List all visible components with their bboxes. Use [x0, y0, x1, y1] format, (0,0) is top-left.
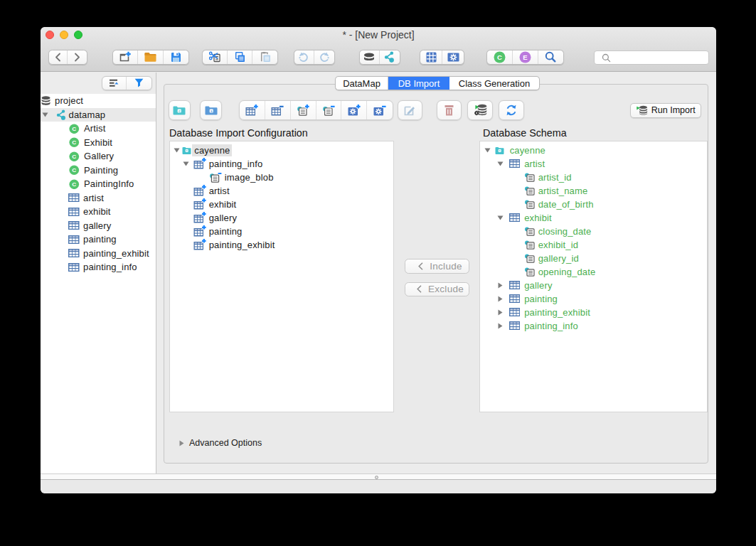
- svg-text:c: c: [186, 149, 187, 152]
- svg-text:C: C: [72, 154, 76, 160]
- svg-text:s: s: [211, 109, 213, 112]
- svg-text:c: c: [179, 109, 181, 112]
- svg-text:C: C: [72, 139, 76, 146]
- svg-text:C: C: [72, 167, 76, 173]
- svg-text:C: C: [72, 181, 76, 188]
- svg-text:E: E: [523, 53, 527, 61]
- svg-text:C: C: [497, 53, 502, 61]
- svg-text:C: C: [72, 126, 76, 132]
- svg-text:c: c: [499, 149, 500, 152]
